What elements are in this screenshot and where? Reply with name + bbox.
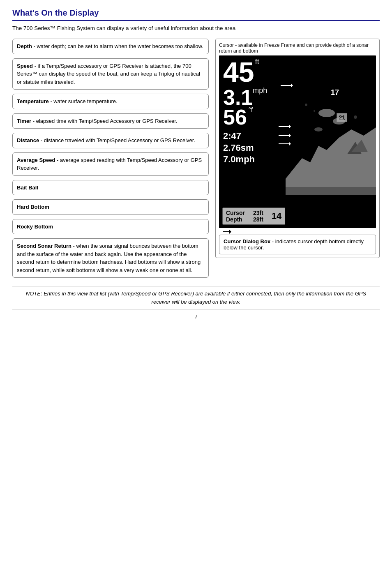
avgspeed-term: Average Speed xyxy=(17,157,55,163)
note-text: NOTE: Entries in this view that list (wi… xyxy=(26,291,366,305)
distance-term: Distance xyxy=(17,137,39,143)
cursor-term: Cursor xyxy=(219,42,234,48)
svg-marker-19 xyxy=(229,230,231,234)
temp-unit: °f xyxy=(248,106,253,113)
cursor-value2: 28ft xyxy=(253,216,263,223)
speed-dash: - xyxy=(33,63,38,69)
svg-point-3 xyxy=(333,118,345,125)
svg-point-8 xyxy=(314,110,315,112)
svg-point-2 xyxy=(318,109,335,117)
temperature-dash: - xyxy=(49,98,54,104)
arrow-timer xyxy=(279,125,291,129)
cursor-dialog-term: Cursor Dialog Box xyxy=(224,238,270,244)
depth-reading: 45 xyxy=(223,58,254,86)
secondsonar-dash: - xyxy=(71,243,76,249)
hardbottom-box: Hard Bottom xyxy=(12,199,209,215)
svg-marker-13 xyxy=(289,125,291,129)
svg-marker-17 xyxy=(289,142,291,146)
secondsonar-term: Second Sonar Return xyxy=(17,243,71,249)
page-title: What's On the Display xyxy=(12,8,380,21)
temperature-box: Temperature - water surface temperature. xyxy=(12,94,209,109)
cursor-value1: 23ft xyxy=(253,210,263,216)
rockybottom-term: Rocky Bottom xyxy=(17,224,53,230)
timer-desc: elapsed time with Temp/Speed Accessory o… xyxy=(36,118,178,124)
right-column: Cursor - available in Freeze Frame and c… xyxy=(215,39,380,278)
depth-desc: water depth; can be set to alarm when th… xyxy=(37,43,203,49)
arrow-avgspeed xyxy=(279,142,291,146)
cursor-display-box: Cursor Depth 23ft 28ft 14 xyxy=(222,208,285,225)
timer-box: Timer - elapsed time with Temp/Speed Acc… xyxy=(12,113,209,129)
arrow-timer-icon xyxy=(279,125,291,129)
svg-marker-15 xyxy=(289,134,291,138)
depth-unit: ft xyxy=(255,58,259,65)
sonar-display-area: 45 ft 3.1 mph 56 °f 2:47 xyxy=(219,55,376,228)
baitball-box: Bait Ball xyxy=(12,180,209,196)
depth-term: Depth xyxy=(17,43,32,49)
baitball-term: Bait Ball xyxy=(17,184,38,191)
cursor-top-text: Cursor - available in Freeze Frame and c… xyxy=(219,42,376,54)
distance-desc: distance traveled with Temp/Speed Access… xyxy=(44,137,195,143)
distance-dash: - xyxy=(39,137,44,143)
svg-marker-1 xyxy=(286,127,376,187)
arrow-avgspeed-icon xyxy=(279,142,291,146)
intro-text: The 700 Series™ Fishing System can displ… xyxy=(12,25,380,31)
depth-box: Depth - water depth; can be set to alarm… xyxy=(12,39,209,54)
speed-desc: if a Temp/Speed accessory or GPS Receive… xyxy=(17,63,200,85)
cursor-label: Cursor xyxy=(226,210,245,216)
distance-box: Distance - distance traveled with Temp/S… xyxy=(12,133,209,148)
arrow-distance xyxy=(279,134,291,138)
display-panel: Cursor - available in Freeze Frame and c… xyxy=(215,39,380,258)
arrow-cursor-icon xyxy=(223,230,231,234)
speed-term: Speed xyxy=(17,63,33,69)
arrow-distance-icon xyxy=(279,134,291,138)
cursor-depth-values: 23ft 28ft xyxy=(253,210,263,223)
cursor-dialog-box: Cursor Dialog Box - indicates cursor dep… xyxy=(219,235,376,254)
left-column: Depth - water depth; can be set to alarm… xyxy=(12,39,209,278)
arrow-speed-icon xyxy=(281,83,293,88)
svg-point-7 xyxy=(305,104,307,106)
arrow-speed xyxy=(281,83,293,88)
depth-dash: - xyxy=(32,43,37,49)
svg-point-9 xyxy=(354,115,357,119)
speed-unit: mph xyxy=(253,87,267,94)
speed-box: Speed - if a Temp/Speed accessory or GPS… xyxy=(12,58,209,90)
avgspeed-dash: - xyxy=(55,157,60,163)
svg-point-4 xyxy=(314,127,323,131)
sonar-display: 45 ft 3.1 mph 56 °f 2:47 xyxy=(219,55,376,228)
hardbottom-term: Hard Bottom xyxy=(17,204,49,210)
temperature-term: Temperature xyxy=(17,98,49,104)
sonar-bottom-section: Cursor Depth 23ft 28ft 14 xyxy=(222,208,373,225)
temp-reading: 56 xyxy=(223,105,247,129)
cursor-desc: - available in Freeze Frame and can prov… xyxy=(219,42,369,54)
svg-marker-11 xyxy=(291,83,293,88)
page-number: 7 xyxy=(12,314,380,320)
cursor-extra-value: 14 xyxy=(272,211,281,221)
note-section: NOTE: Entries in this view that list (wi… xyxy=(12,286,380,309)
timer-term: Timer xyxy=(17,118,31,124)
cursor-depth-labels: Cursor Depth xyxy=(226,210,245,223)
rockybottom-box: Rocky Bottom xyxy=(12,219,209,235)
timer-dash: - xyxy=(31,118,36,124)
secondsonar-box: Second Sonar Return - when the sonar sig… xyxy=(12,238,209,278)
avgspeed-box: Average Speed - average speed reading wi… xyxy=(12,152,209,176)
temperature-desc: water surface temperature. xyxy=(53,98,117,104)
depth-label: Depth xyxy=(226,216,245,223)
main-content: Depth - water depth; can be set to alarm… xyxy=(12,39,380,278)
sonar-terrain-svg xyxy=(286,72,376,195)
arrow-cursor-dialog xyxy=(223,230,376,234)
